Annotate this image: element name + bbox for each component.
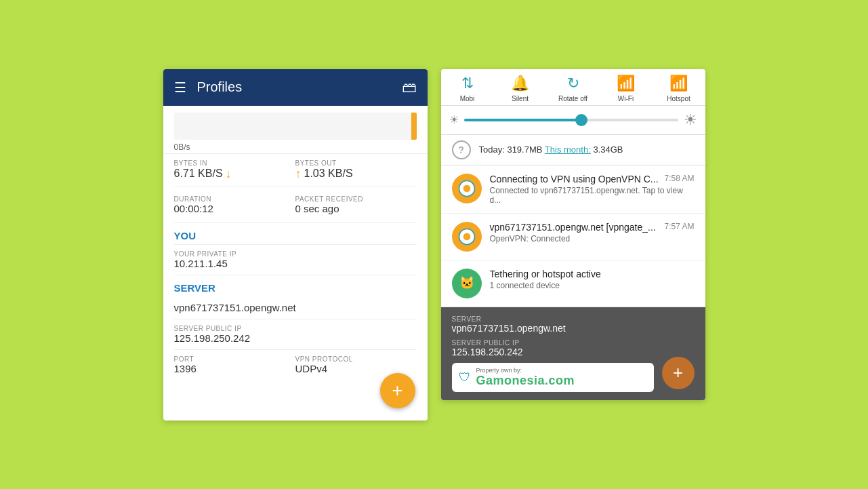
hotspot-icon: 📶 (669, 75, 688, 92)
vpn2-icon (452, 222, 482, 252)
silent-icon: 🔔 (511, 75, 529, 92)
svg-point-5 (463, 233, 470, 240)
vpn2-time: 7:57 AM (664, 222, 694, 231)
notif-item-vpn2[interactable]: vpn671737151.opengw.net [vpngate_... 7:5… (441, 214, 705, 260)
vpn2-title: vpn671737151.opengw.net [vpngate_... (490, 222, 659, 233)
port-block: PORT 1396 (174, 355, 295, 374)
gamonesia-shield-icon: 🛡 (459, 370, 471, 385)
speed-text: 0B/s (174, 142, 417, 152)
rb-server-ip-label: SERVER PUBLIC IP (452, 339, 695, 347)
gamonesia-bar[interactable]: 🛡 Property own by: Gamonesia.com (452, 363, 654, 392)
svg-point-2 (463, 184, 470, 192)
qs-mobile-data[interactable]: ⇅ Mobi (441, 75, 494, 102)
qs-wifi-label: Wi-Fi (618, 95, 634, 102)
right-panel: ⇅ Mobi 🔔 Silent ↻ Rotate off 📶 Wi-Fi 📶 H… (441, 69, 705, 400)
left-header: ☰ Profiles 🗃 (163, 69, 428, 106)
notif-item-tether[interactable]: 🐱 Tethering or hotspot active 1 connecte… (441, 260, 705, 307)
add-profile-icon[interactable]: 🗃 (402, 79, 417, 96)
gamonesia-url-text: Gamonesia.com (476, 374, 575, 388)
port-label: PORT (174, 355, 295, 363)
hamburger-icon[interactable]: ☰ (174, 79, 186, 96)
rotate-icon: ↻ (567, 75, 579, 92)
vpn1-time: 7:58 AM (664, 174, 694, 183)
stats-row: BYTES IN 6.71 KB/S ↓ BYTES OUT ↑ 1.03 KB… (163, 153, 428, 187)
qs-rotate-label: Rotate off (558, 95, 587, 102)
left-fab-button[interactable]: + (380, 373, 415, 408)
upload-arrow-icon: ↑ (295, 167, 302, 181)
qs-hotspot[interactable]: 📶 Hotspot (653, 75, 705, 102)
protocol-label: VPN PROTOCOL (295, 355, 417, 363)
tether-subtitle: 1 connected device (490, 281, 695, 290)
packet-label: PACKET RECEIVED (295, 195, 417, 203)
mobile-data-icon: ⇅ (461, 75, 474, 92)
tether-title-row: Tethering or hotspot active (490, 269, 695, 279)
bytes-in-value: 6.71 KB/S ↓ (174, 167, 295, 181)
notification-list: Connecting to VPN using OpenVPN C... 7:5… (441, 165, 705, 307)
vpn1-title: Connecting to VPN using OpenVPN C... (490, 174, 659, 184)
notif-item-vpn1[interactable]: Connecting to VPN using OpenVPN C... 7:5… (441, 165, 705, 214)
qs-hotspot-label: Hotspot (667, 95, 690, 102)
bytes-in-label: BYTES IN (174, 159, 295, 167)
vpn1-content: Connecting to VPN using OpenVPN C... 7:5… (490, 174, 695, 205)
quick-settings-bar: ⇅ Mobi 🔔 Silent ↻ Rotate off 📶 Wi-Fi 📶 H… (441, 69, 705, 106)
tether-title: Tethering or hotspot active (490, 269, 695, 279)
server-host-block: vpn671737151.opengw.net (163, 296, 428, 319)
gamonesia-text-block: Property own by: Gamonesia.com (476, 367, 575, 388)
rb-server-ip-value: 125.198.250.242 (452, 347, 695, 357)
brightness-fill (464, 119, 582, 121)
server-ip-value: 125.198.250.242 (174, 332, 417, 344)
svg-text:🐱: 🐱 (459, 275, 475, 290)
vpn2-content: vpn671737151.opengw.net [vpngate_... 7:5… (490, 222, 695, 243)
port-protocol-row: PORT 1396 VPN PROTOCOL UDPv4 (163, 350, 428, 380)
brightness-high-icon: ☀ (684, 111, 697, 129)
brightness-slider[interactable] (464, 119, 678, 121)
brightness-thumb (575, 114, 587, 126)
download-arrow-icon: ↓ (226, 167, 232, 181)
brightness-low-icon: ☀ (449, 113, 459, 126)
bytes-out-block: BYTES OUT ↑ 1.03 KB/S (295, 159, 417, 181)
server-ip-label: SERVER PUBLIC IP (174, 325, 417, 332)
bytes-in-block: BYTES IN 6.71 KB/S ↓ (174, 159, 295, 181)
duration-row: DURATION 00:00:12 PACKET RECEIVED 0 sec … (163, 187, 428, 222)
port-value: 1396 (174, 363, 295, 374)
vpn2-title-row: vpn671737151.opengw.net [vpngate_... 7:5… (490, 222, 695, 233)
bytes-out-value: ↑ 1.03 KB/S (295, 167, 417, 181)
left-panel: ☰ Profiles 🗃 0B/s BYTES IN 6.71 KB/S ↓ (163, 69, 428, 420)
server-heading: SERVER (163, 275, 428, 296)
vpn2-subtitle: OpenVPN: Connected (490, 234, 695, 243)
right-bottom: SERVER vpn671737151.opengw.net SERVER PU… (441, 307, 705, 400)
data-help-icon: ? (452, 140, 471, 159)
you-heading: YOU (163, 223, 428, 244)
tether-icon: 🐱 (452, 269, 482, 298)
private-ip-block: YOUR PRIVATE IP 10.211.1.45 (163, 245, 428, 275)
data-usage-row: ? Today: 319.7MB This month: 3.34GB (441, 135, 705, 165)
qs-rotate[interactable]: ↻ Rotate off (547, 75, 600, 102)
qs-silent-label: Silent (512, 95, 529, 102)
tether-content: Tethering or hotspot active 1 connected … (490, 269, 695, 290)
gamonesia-small-text: Property own by: (476, 367, 575, 374)
duration-value: 00:00:12 (174, 203, 295, 214)
qs-wifi[interactable]: 📶 Wi-Fi (600, 75, 653, 102)
data-month-highlight: This month: (545, 144, 591, 155)
main-container: ☰ Profiles 🗃 0B/s BYTES IN 6.71 KB/S ↓ (163, 69, 705, 420)
data-usage-text: Today: 319.7MB This month: 3.34GB (479, 144, 623, 155)
server-ip-block: SERVER PUBLIC IP 125.198.250.242 (163, 319, 428, 349)
speed-bar-area: 0B/s (163, 106, 428, 153)
wifi-icon: 📶 (617, 75, 635, 92)
vpn1-title-row: Connecting to VPN using OpenVPN C... 7:5… (490, 174, 695, 184)
private-ip-value: 10.211.1.45 (174, 258, 417, 269)
duration-block: DURATION 00:00:12 (174, 195, 295, 214)
speed-bar-fill (411, 113, 417, 140)
vpn1-subtitle: Connected to vpn671737151.opengw.net. Ta… (490, 186, 695, 205)
left-body: 0B/s BYTES IN 6.71 KB/S ↓ BYTES OUT ↑ 1.… (163, 106, 428, 420)
duration-label: DURATION (174, 195, 295, 203)
qs-silent[interactable]: 🔔 Silent (494, 75, 547, 102)
server-host-value: vpn671737151.opengw.net (174, 302, 417, 313)
bytes-out-label: BYTES OUT (295, 159, 417, 167)
packet-value: 0 sec ago (295, 203, 417, 214)
protocol-value: UDPv4 (295, 363, 417, 374)
right-fab-button[interactable]: + (662, 357, 695, 389)
qs-mobile-label: Mobi (460, 95, 475, 102)
private-ip-label: YOUR PRIVATE IP (174, 250, 417, 258)
vpn1-icon (452, 174, 482, 203)
